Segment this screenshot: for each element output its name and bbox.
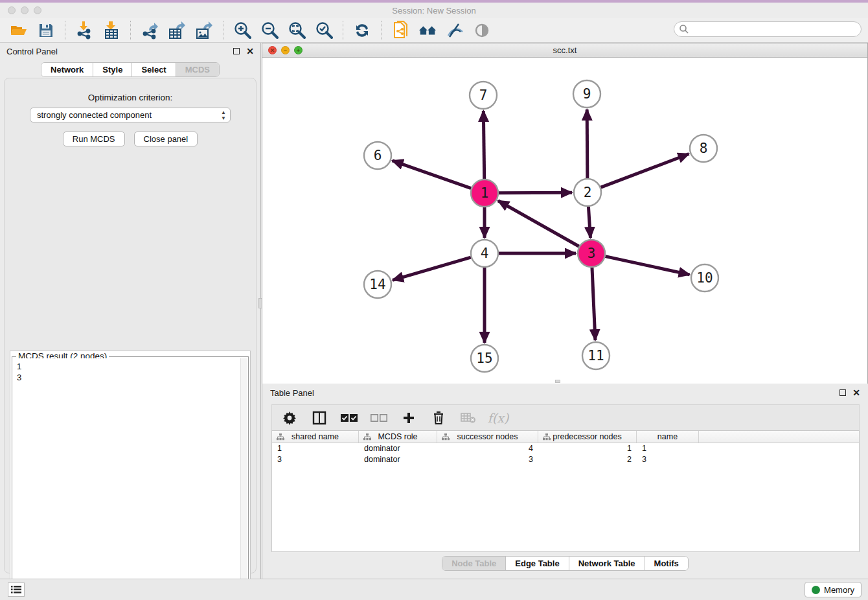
close-panel-button[interactable]: Close panel (134, 132, 198, 146)
export-table-icon[interactable] (167, 21, 187, 40)
edge-3-10[interactable] (605, 257, 689, 275)
edge-2-3[interactable] (588, 207, 590, 238)
column-layout-icon[interactable] (311, 410, 328, 426)
tab-network-table[interactable]: Network Table (569, 557, 645, 570)
float-panel-icon[interactable] (233, 48, 240, 54)
network-minimize-icon[interactable]: − (281, 46, 290, 54)
unselect-all-columns-icon[interactable] (371, 410, 387, 426)
column-header-successor-nodes[interactable]: successor nodes (437, 431, 538, 443)
result-scrollbar[interactable] (240, 358, 247, 595)
cell-shared-name[interactable]: 1 (272, 443, 359, 454)
cell-shared-name[interactable]: 3 (272, 454, 359, 465)
node-8[interactable]: 8 (690, 135, 717, 162)
zoom-fit-icon[interactable] (287, 21, 306, 40)
svg-text:10: 10 (696, 270, 713, 286)
node-2[interactable]: 2 (574, 179, 601, 206)
cell-MCDS-role[interactable]: dominator (359, 454, 437, 465)
delete-table-icon[interactable] (460, 410, 477, 426)
export-network-icon[interactable] (140, 21, 159, 40)
open-session-icon[interactable] (9, 21, 29, 40)
table-header-row: shared nameMCDS rolesuccessor nodesprede… (272, 431, 859, 443)
node-15[interactable]: 15 (471, 345, 498, 372)
network-window-titlebar[interactable]: ✕ − + scc.txt (262, 43, 867, 58)
cell-name[interactable]: 1 (637, 443, 699, 454)
edge-3-11[interactable] (592, 268, 595, 340)
node-4[interactable]: 4 (471, 240, 498, 267)
svg-text:9: 9 (583, 86, 591, 102)
delete-column-icon[interactable] (430, 410, 447, 426)
cell-successor-nodes[interactable]: 4 (437, 443, 538, 454)
task-history-button[interactable] (8, 583, 25, 597)
network-window: ✕ − + scc.txt 7968124314101511 (262, 43, 868, 384)
edge-1-7[interactable] (483, 111, 484, 179)
attribute-tree-icon (543, 433, 551, 441)
tab-mcds[interactable]: MCDS (176, 63, 219, 76)
network-maximize-icon[interactable]: + (294, 46, 303, 54)
refresh-layout-icon[interactable] (352, 21, 372, 40)
first-neighbors-icon[interactable] (418, 21, 437, 40)
column-header-name[interactable]: name (637, 431, 699, 443)
cell-predecessor-nodes[interactable]: 2 (538, 454, 637, 465)
cell-name[interactable]: 3 (637, 454, 699, 465)
tab-edge-table[interactable]: Edge Table (506, 557, 569, 570)
float-table-panel-icon[interactable] (839, 389, 846, 396)
birdseye-handle[interactable] (555, 380, 560, 383)
edge-4-14[interactable] (393, 257, 471, 280)
node-11[interactable]: 11 (582, 342, 610, 369)
table-panel-title: Table Panel (270, 388, 314, 398)
node-7[interactable]: 7 (470, 82, 497, 109)
search-input[interactable] (674, 21, 862, 37)
tab-select[interactable]: Select (132, 63, 176, 76)
criterion-dropdown[interactable]: strongly connected component ▲▼ (30, 108, 231, 122)
network-graph[interactable]: 7968124314101511 (262, 58, 867, 384)
column-header-MCDS-role[interactable]: MCDS role (359, 431, 437, 443)
cell-successor-nodes[interactable]: 3 (437, 454, 538, 465)
node-3[interactable]: 3 (578, 240, 605, 267)
edge-3-1[interactable] (498, 201, 579, 246)
new-network-from-selection-icon[interactable] (391, 21, 410, 40)
cell-MCDS-role[interactable]: dominator (359, 443, 437, 454)
window-title: Session: New Session (0, 6, 868, 16)
list-icon (11, 585, 21, 594)
zoom-out-icon[interactable] (260, 21, 279, 40)
edge-2-8[interactable] (601, 154, 689, 188)
zoom-selected-icon[interactable] (314, 21, 334, 40)
node-table[interactable]: shared nameMCDS rolesuccessor nodesprede… (271, 430, 860, 552)
edge-1-6[interactable] (393, 161, 472, 189)
column-header-predecessor-nodes[interactable]: predecessor nodes (538, 431, 637, 443)
close-table-panel-icon[interactable]: ✕ (852, 389, 860, 396)
node-9[interactable]: 9 (573, 80, 600, 108)
import-network-icon[interactable] (74, 21, 94, 40)
mcds-result-text[interactable]: 13 (13, 358, 247, 595)
attribute-tree-icon (363, 433, 371, 441)
hide-panel-icon[interactable] (445, 21, 464, 40)
show-panel-icon[interactable] (472, 21, 492, 40)
network-canvas[interactable]: 7968124314101511 (262, 58, 867, 384)
add-column-icon[interactable] (400, 410, 417, 426)
tab-style[interactable]: Style (93, 63, 132, 76)
table-row[interactable]: 3dominator323 (272, 454, 859, 465)
edge-1-2[interactable] (499, 192, 572, 193)
node-1[interactable]: 1 (471, 179, 498, 207)
cell-predecessor-nodes[interactable]: 1 (538, 443, 637, 454)
gear-icon[interactable] (281, 410, 298, 426)
column-header-shared-name[interactable]: shared name (272, 431, 359, 443)
node-10[interactable]: 10 (691, 264, 718, 292)
table-row[interactable]: 1dominator411 (272, 443, 859, 454)
zoom-in-icon[interactable] (233, 21, 252, 40)
edge-2-9[interactable] (587, 110, 588, 178)
tab-network[interactable]: Network (41, 63, 93, 76)
close-panel-icon[interactable]: ✕ (246, 48, 254, 54)
export-image-icon[interactable] (194, 21, 214, 40)
memory-button[interactable]: Memory (805, 582, 862, 597)
select-all-columns-icon[interactable] (341, 410, 358, 426)
import-table-icon[interactable] (102, 21, 121, 40)
network-close-icon[interactable]: ✕ (268, 46, 277, 54)
table-tabs: Node TableEdge TableNetwork TableMotifs (442, 556, 689, 571)
tab-motifs[interactable]: Motifs (645, 557, 688, 570)
save-session-icon[interactable] (36, 21, 56, 40)
node-6[interactable]: 6 (364, 142, 391, 169)
run-mcds-button[interactable]: Run MCDS (63, 132, 125, 146)
tab-node-table[interactable]: Node Table (442, 557, 506, 570)
node-14[interactable]: 14 (364, 271, 391, 298)
